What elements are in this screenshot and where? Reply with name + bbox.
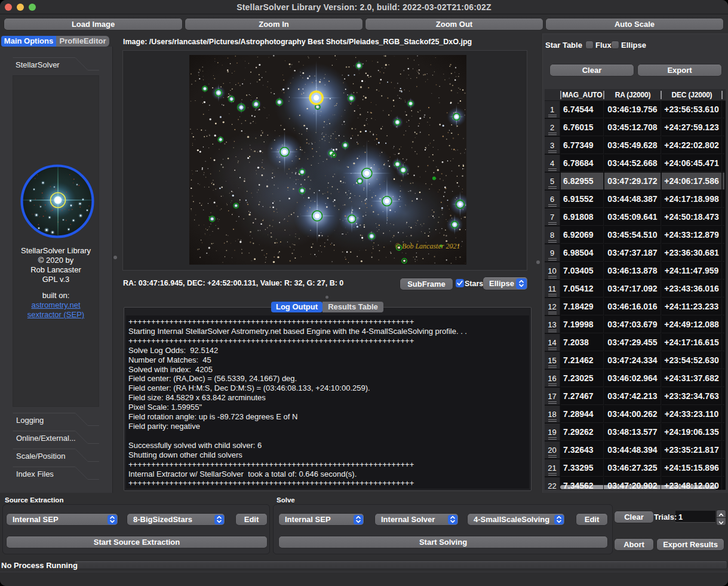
svg-text:© Bob Lancaster 2021: © Bob Lancaster 2021 bbox=[395, 242, 460, 250]
